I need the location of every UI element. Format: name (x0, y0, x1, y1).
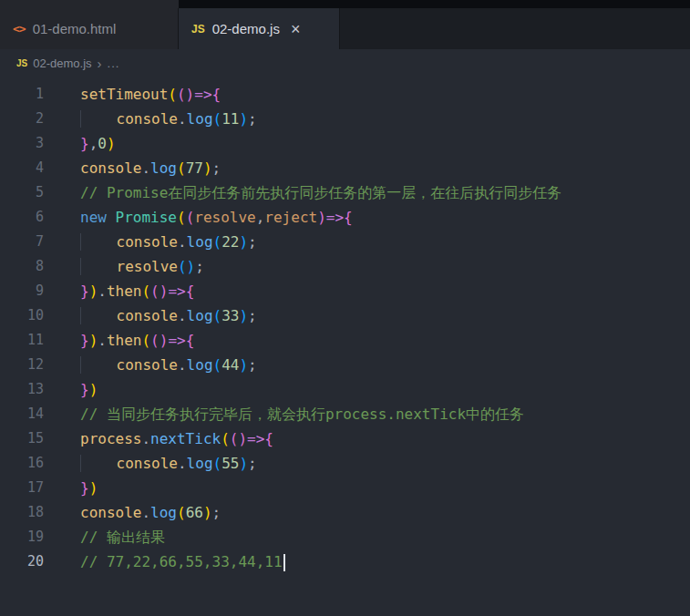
tab-02-demo-js[interactable]: JS 02-demo.js × (179, 8, 340, 49)
code-line[interactable]: 16 console.log(55); (0, 451, 690, 476)
tab-label: 02-demo.js (212, 21, 280, 36)
code-token: ( (178, 258, 187, 275)
line-number[interactable]: 17 (0, 476, 44, 500)
code-token: resolve (117, 258, 178, 275)
code-token: log (187, 110, 213, 128)
code-token: log (187, 307, 213, 324)
vscode-window: <> 01-demo.html JS 02-demo.js × JS 02-de… (0, 0, 690, 616)
line-number[interactable]: 20 (0, 549, 44, 574)
line-number[interactable]: 18 (0, 500, 44, 525)
breadcrumb-file[interactable]: 02-demo.js (33, 56, 91, 70)
code-token: 22 (221, 233, 239, 251)
line-number[interactable]: 4 (0, 156, 44, 180)
code-token: ; (248, 455, 257, 472)
code-line[interactable]: 12 console.log(44); (0, 353, 690, 377)
code-text: }) (44, 476, 98, 500)
line-number[interactable]: 7 (0, 230, 44, 254)
code-token: ( (141, 332, 150, 349)
code-line[interactable]: 17}) (0, 476, 690, 500)
code-token: { (186, 332, 195, 349)
code-line[interactable]: 15process.nextTick(()=>{ (0, 426, 690, 451)
line-number[interactable]: 12 (0, 353, 44, 377)
code-token: . (178, 455, 187, 472)
code-token: Promise (116, 209, 177, 226)
line-number[interactable]: 14 (0, 402, 44, 426)
code-line[interactable]: 14// 当同步任务执行完毕后，就会执行process.nextTick中的任务 (0, 402, 690, 426)
code-line[interactable]: 4console.log(77); (0, 156, 690, 180)
line-number[interactable]: 5 (0, 180, 44, 205)
line-number[interactable]: 2 (0, 107, 44, 131)
code-text: console.log(55); (44, 451, 257, 476)
line-number[interactable]: 19 (0, 525, 44, 549)
code-token: ( (177, 159, 186, 177)
code-token: log (150, 159, 177, 177)
line-number[interactable]: 15 (0, 426, 44, 451)
tab-01-demo-html[interactable]: <> 01-demo.html (0, 8, 179, 49)
code-token: ( (213, 307, 222, 324)
code-token: then (107, 332, 142, 349)
code-token: ( (213, 356, 222, 374)
code-token: ) (239, 110, 248, 128)
code-token: console (117, 307, 178, 324)
code-token: reject (264, 209, 317, 226)
code-text: console.log(11); (44, 107, 257, 131)
code-text: setTimeout(()=>{ (44, 82, 221, 107)
code-line[interactable]: 19// 输出结果 (0, 525, 690, 549)
code-token: ) (239, 455, 248, 472)
line-number[interactable]: 1 (0, 82, 44, 107)
line-number[interactable]: 3 (0, 131, 44, 156)
code-editor[interactable]: 1setTimeout(()=>{2 console.log(11);3},0)… (0, 77, 690, 616)
code-token: ( (168, 86, 177, 103)
code-token: ; (248, 356, 257, 374)
code-line[interactable]: 3},0) (0, 131, 690, 156)
code-token: ; (248, 307, 257, 324)
code-token: ) (238, 430, 247, 447)
js-file-icon: JS (191, 23, 205, 36)
code-token: log (187, 233, 213, 251)
code-line[interactable]: 1setTimeout(()=>{ (0, 82, 690, 107)
code-text: }) (44, 377, 98, 402)
code-token: } (80, 381, 89, 398)
close-icon[interactable]: × (291, 21, 301, 37)
code-line[interactable]: 11}).then(()=>{ (0, 328, 690, 353)
code-token: ) (317, 209, 326, 226)
code-token: ( (177, 209, 186, 226)
titlebar-left-segment (0, 0, 179, 8)
line-number[interactable]: 8 (0, 254, 44, 279)
code-token: ) (160, 282, 169, 300)
code-token: } (80, 479, 89, 497)
code-line[interactable]: 18console.log(66); (0, 500, 690, 525)
code-text: new Promise((resolve,reject)=>{ (44, 205, 353, 230)
code-line[interactable]: 7 console.log(22); (0, 230, 690, 254)
code-line[interactable]: 8 resolve(); (0, 254, 690, 279)
code-line[interactable]: 10 console.log(33); (0, 303, 690, 328)
code-token: => (194, 86, 211, 103)
code-token: console (117, 233, 178, 251)
line-number[interactable]: 10 (0, 303, 44, 328)
code-token: } (80, 282, 89, 300)
code-line[interactable]: 2 console.log(11); (0, 107, 690, 131)
line-number[interactable]: 9 (0, 279, 44, 303)
code-line[interactable]: 9}).then(()=>{ (0, 279, 690, 303)
code-token: ( (213, 455, 222, 472)
breadcrumb-symbol[interactable]: ... (108, 56, 120, 70)
code-line[interactable]: 20// 77,22,66,55,33,44,11 (0, 549, 690, 574)
code-token: // 输出结果 (80, 529, 165, 546)
code-line[interactable]: 5// Promise在同步任务前先执行同步任务的第一层，在往后执行同步任务 (0, 180, 690, 205)
code-token: . (178, 307, 187, 324)
code-token: ; (195, 258, 204, 275)
breadcrumb: JS 02-demo.js › ... (0, 49, 690, 77)
chevron-right-icon: › (98, 56, 102, 71)
line-number[interactable]: 6 (0, 205, 44, 230)
line-number[interactable]: 13 (0, 377, 44, 402)
code-text: console.log(66); (44, 500, 221, 525)
code-text: // 当同步任务执行完毕后，就会执行process.nextTick中的任务 (44, 402, 524, 426)
line-number[interactable]: 16 (0, 451, 44, 476)
code-token: ( (150, 282, 160, 300)
code-token: 77 (186, 159, 203, 177)
code-token: . (141, 504, 150, 521)
code-token: } (80, 332, 89, 349)
code-line[interactable]: 6new Promise((resolve,reject)=>{ (0, 205, 690, 230)
line-number[interactable]: 11 (0, 328, 44, 353)
code-line[interactable]: 13}) (0, 377, 690, 402)
